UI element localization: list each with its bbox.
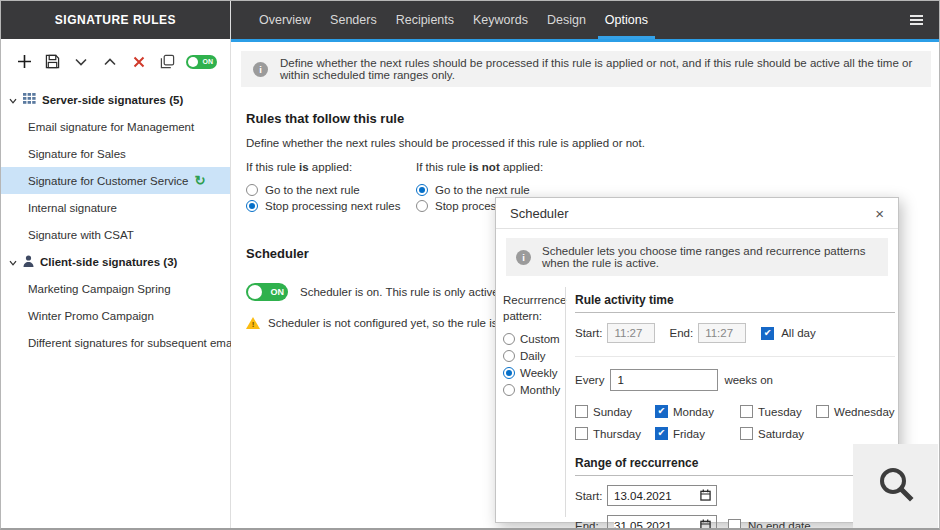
save-icon[interactable] (43, 52, 63, 72)
checkbox-friday[interactable]: Friday (655, 427, 740, 440)
all-day-checkbox[interactable]: All day (761, 327, 816, 340)
checkbox-icon (761, 327, 774, 340)
tab-bar: Overview Senders Recipients Keywords Des… (231, 1, 940, 39)
end-time-input[interactable] (698, 323, 746, 343)
rules-section-title: Rules that follow this rule (246, 111, 940, 126)
tree-item-internal-signature[interactable]: Internal signature (1, 194, 230, 221)
tab-recipients[interactable]: Recipients (396, 1, 454, 39)
warning-icon: ! (246, 317, 260, 329)
checkbox-icon (740, 427, 753, 440)
tree-item-signature-customer-service[interactable]: Signature for Customer Service ↻ (1, 167, 230, 194)
close-icon[interactable]: × (875, 206, 884, 221)
tree-group-server-side[interactable]: Server-side signatures (5) (1, 86, 230, 113)
chevron-down-icon[interactable] (71, 52, 91, 72)
radio-weekly[interactable]: Weekly (503, 367, 565, 379)
checkbox-thursday[interactable]: Thursday (575, 427, 655, 440)
divider (575, 356, 895, 357)
chevron-down-icon[interactable] (9, 256, 17, 268)
every-label: Every (575, 374, 604, 386)
tree-item-signature-with-csat[interactable]: Signature with CSAT (1, 221, 230, 248)
checkbox-tuesday[interactable]: Tuesday (740, 405, 816, 418)
dialog-info-text: Scheduler lets you choose time ranges an… (542, 245, 878, 269)
tree-item-marketing-campaign-spring[interactable]: Marketing Campaign Spring (1, 275, 230, 302)
app-window: SIGNATURE RULES (0, 0, 940, 530)
tab-senders[interactable]: Senders (330, 1, 377, 39)
tab-options[interactable]: Options (605, 1, 648, 39)
user-icon (23, 255, 34, 269)
recurrence-icon: ↻ (194, 174, 205, 187)
panel-title: SIGNATURE RULES (1, 1, 230, 39)
radio-icon (503, 350, 515, 362)
end-time-label: End: (669, 327, 693, 339)
calendar-icon[interactable] (700, 519, 711, 530)
tree-item-signature-for-sales[interactable]: Signature for Sales (1, 140, 230, 167)
checkbox-saturday[interactable]: Saturday (740, 427, 816, 440)
rules-section-description: Define whether the next rules should be … (246, 137, 940, 149)
applied-label: If this rule is applied: (246, 161, 416, 173)
info-bar: i Define whether the next rules should b… (241, 51, 931, 87)
range-start-field (607, 485, 717, 506)
server-signatures-icon (23, 93, 36, 106)
dialog-header: Scheduler × (496, 198, 898, 229)
weekday-checkbox-grid: Sunday Monday Tuesday Wednesday (575, 405, 895, 440)
radio-icon (503, 367, 515, 379)
search-icon (873, 462, 919, 512)
radio-not-applied-go-next-rule[interactable]: Go to the next rule (416, 184, 571, 196)
checkbox-icon (740, 405, 753, 418)
tab-design[interactable]: Design (547, 1, 586, 39)
range-start-input[interactable] (614, 490, 700, 502)
recurrence-pattern-label: Recurrrence pattern: (503, 293, 565, 324)
range-start-label: Start: (575, 490, 607, 502)
every-weeks-input[interactable] (610, 369, 718, 391)
radio-custom[interactable]: Custom (503, 333, 565, 345)
range-end-input[interactable] (614, 520, 700, 530)
tree-group-client-side[interactable]: Client-side signatures (3) (1, 248, 230, 275)
checkbox-icon (575, 427, 588, 440)
chevron-down-icon[interactable] (9, 94, 17, 106)
recurrence-pattern-group: Recurrrence pattern: Custom Daily Weekly… (503, 287, 565, 517)
radio-icon (246, 200, 258, 212)
delete-rule-button[interactable] (129, 52, 149, 72)
zoom-overlay-button[interactable] (853, 444, 938, 529)
calendar-icon[interactable] (700, 489, 711, 503)
info-icon: i (253, 62, 268, 77)
toggle-knob (188, 57, 198, 67)
scheduler-toggle[interactable]: ON (246, 283, 288, 301)
no-end-date-checkbox[interactable]: No end date (728, 519, 811, 530)
checkbox-icon (816, 405, 829, 418)
tree-item-winter-promo-campaign[interactable]: Winter Promo Campaign (1, 302, 230, 329)
duplicate-rule-button[interactable] (157, 52, 177, 72)
info-icon: i (516, 250, 531, 265)
not-applied-label: If this rule is not applied: (416, 161, 571, 173)
rules-toolbar: ON (1, 39, 230, 84)
tree-item-email-signature-management[interactable]: Email signature for Management (1, 113, 230, 140)
radio-monthly[interactable]: Monthly (503, 384, 565, 396)
radio-icon (503, 333, 515, 345)
start-time-label: Start: (575, 327, 602, 339)
checkbox-icon (655, 427, 668, 440)
chevron-up-icon[interactable] (100, 52, 120, 72)
checkbox-monday[interactable]: Monday (655, 405, 740, 418)
start-time-input[interactable] (607, 323, 655, 343)
radio-daily[interactable]: Daily (503, 350, 565, 362)
tree-group-label: Server-side signatures (5) (42, 94, 183, 106)
checkbox-icon (575, 405, 588, 418)
rules-tree: Server-side signatures (5) Email signatu… (1, 86, 230, 356)
range-end-label: End: (575, 520, 607, 530)
dialog-title: Scheduler (510, 206, 569, 221)
accent-line (231, 39, 940, 42)
menu-icon[interactable] (906, 11, 927, 29)
radio-icon (503, 384, 515, 396)
tab-keywords[interactable]: Keywords (473, 1, 528, 39)
tab-overview[interactable]: Overview (259, 1, 311, 39)
checkbox-wednesday[interactable]: Wednesday (816, 405, 895, 418)
radio-applied-go-next-rule[interactable]: Go to the next rule (246, 184, 416, 196)
checkbox-sunday[interactable]: Sunday (575, 405, 655, 418)
add-rule-button[interactable] (14, 52, 34, 72)
radio-applied-stop-processing[interactable]: Stop processing next rules (246, 200, 416, 212)
tree-item-different-signatures[interactable]: Different signatures for subsequent emai… (1, 329, 230, 356)
toggle-knob (248, 285, 262, 299)
radio-icon (416, 184, 428, 196)
checkbox-icon (728, 519, 741, 530)
rule-enabled-toggle[interactable]: ON (186, 55, 217, 69)
